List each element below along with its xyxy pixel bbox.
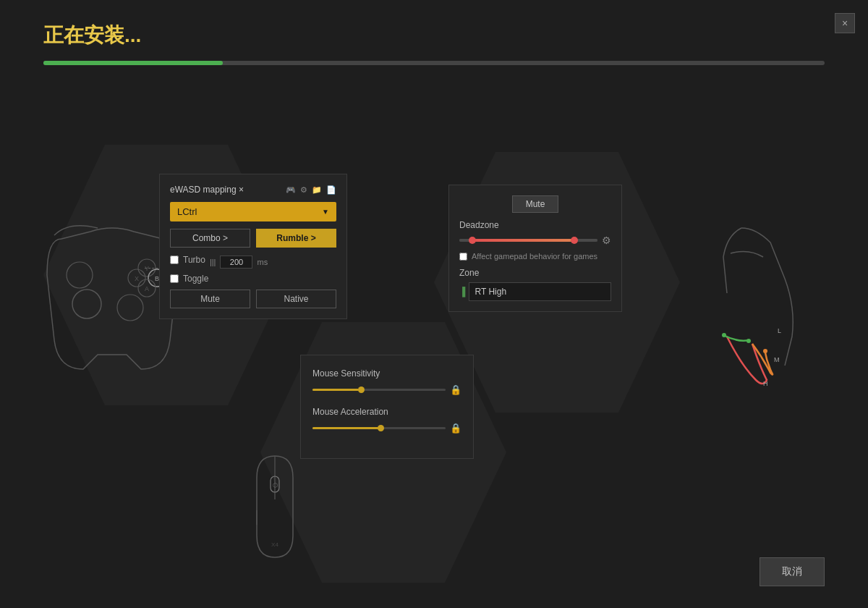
- sensitivity-slider-fill: [312, 389, 359, 391]
- header: 正在安装...: [43, 22, 825, 65]
- sensitivity-slider-track[interactable]: [312, 389, 446, 391]
- acceleration-label: Mouse Acceleration: [312, 407, 461, 417]
- svg-text:X4: X4: [271, 541, 278, 548]
- svg-point-0: [72, 290, 101, 318]
- mouse-illustration: ⬡ X4: [239, 449, 311, 565]
- acceleration-slider-thumb[interactable]: [378, 425, 384, 431]
- zone-label: Zone: [459, 268, 611, 278]
- mute-button[interactable]: Mute: [170, 290, 250, 308]
- panel-icons: 🎮 ⚙ 📁 📄: [286, 185, 336, 195]
- slider-thumb-right[interactable]: [571, 237, 578, 244]
- svg-text:Y: Y: [145, 265, 149, 272]
- sensitivity-slider-thumb[interactable]: [358, 387, 365, 393]
- turbo-checkbox-row: Turbo: [170, 255, 205, 265]
- native-button[interactable]: Native: [256, 290, 336, 308]
- svg-text:M: M: [774, 356, 780, 363]
- turbo-row: Turbo ||| 200 ms: [170, 255, 336, 269]
- sensitivity-lock-icon[interactable]: 🔒: [450, 384, 461, 395]
- svg-point-16: [763, 349, 767, 353]
- affect-label: Affect gamepad behavior for games: [472, 252, 597, 261]
- bars-icon: ▐: [459, 287, 466, 297]
- deadzone-settings-icon[interactable]: ⚙: [602, 235, 611, 246]
- slider-thumb-left[interactable]: [469, 237, 476, 244]
- close-button[interactable]: ×: [835, 13, 855, 33]
- chevron-down-icon: ▼: [322, 208, 329, 216]
- ms-unit-label: ms: [257, 258, 268, 266]
- svg-point-14: [746, 339, 751, 343]
- lctrl-dropdown[interactable]: LCtrl ▼: [170, 202, 336, 221]
- combo-button[interactable]: Combo >: [170, 229, 250, 248]
- acceleration-slider-track[interactable]: [312, 427, 446, 429]
- toggle-label: Toggle: [183, 274, 208, 284]
- acceleration-slider-fill: [312, 427, 379, 429]
- action-button-row: Combo > Rumble >: [170, 229, 336, 248]
- turbo-label: Turbo: [183, 255, 205, 265]
- mouse-panel: Mouse Sensitivity 🔒 Mouse Acceleration 🔒: [300, 355, 474, 459]
- turbo-value-input[interactable]: 200: [220, 256, 252, 269]
- affect-row: Affect gamepad behavior for games: [459, 252, 611, 261]
- cancel-button[interactable]: 取消: [760, 557, 825, 586]
- file-icon: 📄: [326, 185, 336, 195]
- svg-text:L: L: [778, 327, 781, 334]
- svg-text:A: A: [145, 285, 149, 292]
- svg-point-9: [67, 262, 93, 288]
- svg-text:H: H: [763, 380, 768, 387]
- acceleration-slider-row: 🔒: [312, 423, 461, 434]
- panel-title-row: eWASD mapping × 🎮 ⚙ 📁 📄: [170, 185, 336, 195]
- gamepad-icon: 🎮: [286, 185, 296, 195]
- deadzone-slider-row: ⚙: [459, 235, 611, 246]
- folder-icon: 📁: [312, 185, 322, 195]
- turbo-checkbox[interactable]: [170, 256, 179, 264]
- mapping-panel: eWASD mapping × 🎮 ⚙ 📁 📄 LCtrl ▼ Combo > …: [159, 174, 347, 319]
- svg-text:⬡: ⬡: [273, 482, 278, 489]
- acceleration-lock-icon[interactable]: 🔒: [450, 423, 461, 434]
- page-title: 正在安装...: [43, 22, 825, 49]
- sensitivity-slider-row: 🔒: [312, 384, 461, 395]
- rumble-button[interactable]: Rumble >: [256, 229, 336, 248]
- affect-checkbox[interactable]: [459, 253, 467, 261]
- toggle-checkbox-row: Toggle: [170, 274, 336, 284]
- svg-point-10: [117, 295, 143, 321]
- deadzone-slider-track[interactable]: [459, 239, 597, 242]
- panel-title: eWASD mapping ×: [170, 185, 244, 195]
- deadzone-label: Deadzone: [459, 220, 611, 230]
- svg-point-15: [722, 333, 726, 337]
- progress-bar-fill: [43, 61, 223, 65]
- dropdown-value: LCtrl: [177, 206, 197, 217]
- slider-fill-right: [576, 239, 597, 242]
- settings-icon: ⚙: [300, 185, 307, 195]
- svg-text:X: X: [135, 275, 139, 282]
- sensitivity-label: Mouse Sensitivity: [312, 368, 461, 379]
- deadzone-panel: Mute Deadzone ⚙ Affect gamepad behavior …: [448, 185, 622, 312]
- bars-icon: |||: [210, 258, 216, 266]
- toggle-checkbox[interactable]: [170, 274, 179, 283]
- bottom-button-row: Mute Native: [170, 290, 336, 308]
- trigger-illustration: L M H: [684, 217, 799, 398]
- dropdown-row[interactable]: LCtrl ▼: [170, 202, 336, 221]
- zone-input-row: ▐ RT High: [459, 282, 611, 301]
- slider-fill-mid: [470, 239, 576, 242]
- zone-value-input[interactable]: RT High: [469, 282, 611, 301]
- mute-top-button[interactable]: Mute: [512, 195, 559, 213]
- progress-bar-background: [43, 61, 825, 65]
